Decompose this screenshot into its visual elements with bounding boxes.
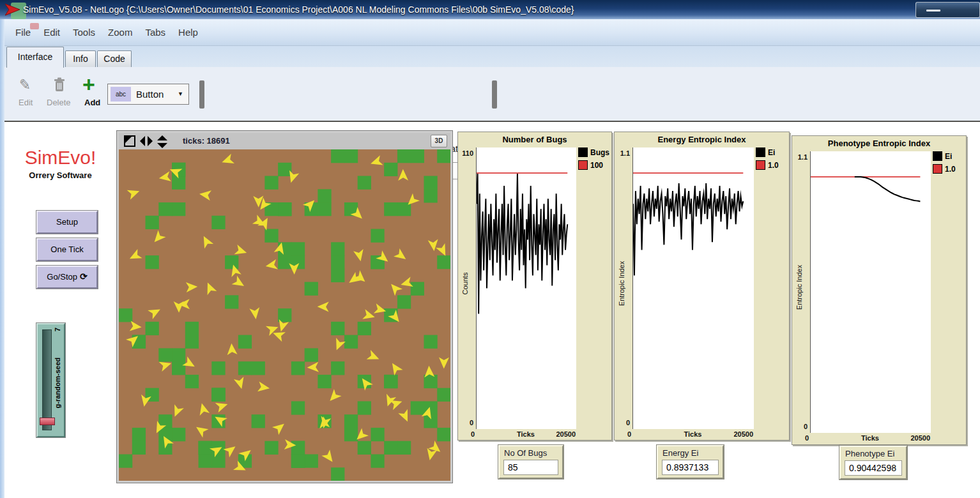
widget-type-dropdown[interactable]: abc Button ▼: [107, 84, 189, 105]
widget-type-label: Button: [136, 84, 164, 104]
add-button-label[interactable]: Add: [84, 98, 100, 107]
legend-swatch: [756, 160, 765, 170]
y-axis-label: Entropic Index: [618, 239, 627, 328]
netlogo-window: SimEvo_V5.08 - NetLogo {C:\Users\Owner\D…: [0, 0, 980, 498]
monitor-value: 0.90442598: [845, 460, 902, 476]
tab-row: Interface Info Code: [4, 46, 980, 68]
setup-button[interactable]: Setup: [36, 211, 98, 234]
y-axis-max-label: 110: [458, 149, 473, 157]
plot-title: Phenotype Entropic Index: [792, 139, 966, 148]
legend-label: 1.0: [768, 161, 779, 170]
netlogo-logo-icon: [5, 3, 20, 16]
toolbar-separator: [199, 80, 204, 109]
simevo-subtitle: Orrery Software: [14, 170, 107, 180]
y-axis-label: Entropic Index: [795, 243, 804, 332]
y-axis-min-label: 0: [615, 419, 630, 426]
legend-swatch: [578, 160, 588, 170]
random-seed-slider[interactable]: 7 g-random-seed: [36, 323, 65, 437]
plot-number-of-bugs: Number of Bugs 110 Counts Bugs 100 0 0 T…: [457, 132, 612, 441]
minimize-icon: [926, 10, 940, 11]
simevo-logo: SimEvo!: [14, 147, 107, 169]
plot-canvas: [810, 151, 931, 433]
slider-value: 7: [54, 328, 61, 331]
x-axis-min-label: 0: [627, 430, 631, 438]
plot-canvas: [476, 147, 576, 429]
monitor-phenotype-ei: Phenotype Ei 0.90442598: [839, 446, 907, 479]
interface-toolbar: ✎ Edit Delete + Add abc Button ▼ faster …: [4, 67, 980, 122]
menu-edit[interactable]: Edit: [37, 19, 66, 45]
edit-button-label[interactable]: Edit: [19, 98, 33, 107]
window-title: SimEvo_V5.08 - NetLogo {C:\Users\Owner\D…: [23, 0, 574, 19]
x-axis-min-label: 0: [471, 430, 475, 438]
x-axis-max-label: 20500: [810, 434, 930, 442]
add-plus-icon[interactable]: +: [82, 72, 95, 97]
monitor-label: No Of Bugs: [504, 448, 547, 458]
menu-tools[interactable]: Tools: [66, 19, 102, 45]
menu-tabs[interactable]: Tabs: [139, 19, 172, 45]
go-stop-button[interactable]: Go/Stop⟳: [36, 266, 98, 289]
forever-icon: ⟳: [80, 271, 88, 282]
tab-code[interactable]: Code: [97, 50, 132, 68]
plot-title: Number of Bugs: [458, 135, 611, 144]
delete-trash-icon[interactable]: [52, 77, 66, 93]
plot-phenotype-entropic-index: Phenotype Entropic Index 1.1 Entropic In…: [792, 135, 967, 445]
monitor-value: 0.8937133: [662, 460, 719, 475]
aero-glass-artifact: [30, 23, 39, 29]
legend-swatch: [756, 147, 765, 157]
ticks-counter: ticks: 18691: [183, 136, 230, 146]
world-view-header: ticks: 18691 3D: [119, 133, 450, 149]
slider-track[interactable]: [42, 329, 52, 430]
legend-label: 1.0: [945, 165, 956, 174]
monitor-label: Phenotype Ei: [845, 449, 894, 458]
resize-vertical-icon[interactable]: [157, 135, 168, 148]
slider-handle[interactable]: [40, 418, 55, 425]
title-bar: SimEvo_V5.08 - NetLogo {C:\Users\Owner\D…: [0, 0, 980, 19]
menu-zoom[interactable]: Zoom: [102, 19, 139, 45]
tab-interface[interactable]: Interface: [6, 47, 64, 68]
menu-help[interactable]: Help: [172, 19, 204, 45]
plot-canvas: [632, 147, 754, 429]
go-stop-label: Go/Stop: [47, 272, 77, 282]
monitor-no-of-bugs: No Of Bugs 85: [498, 445, 563, 479]
plot-legend: Ei 1.0: [933, 151, 956, 177]
slider-label: g-random-seed: [54, 358, 61, 408]
button-widget-icon: abc: [111, 87, 131, 102]
monitor-value: 85: [503, 460, 558, 475]
monitor-label: Energy Ei: [662, 448, 698, 458]
edit-pencil-icon[interactable]: ✎: [19, 76, 31, 94]
one-tick-button[interactable]: One Tick: [36, 238, 98, 261]
y-axis-min-label: 0: [458, 419, 473, 426]
y-axis-label: Counts: [461, 239, 470, 328]
legend-swatch: [578, 147, 588, 157]
chevron-down-icon: ▼: [178, 84, 183, 104]
x-axis-max-label: 20500: [476, 430, 576, 438]
legend-label: 100: [590, 161, 603, 170]
legend-swatch: [933, 164, 942, 174]
legend-label: Ei: [768, 148, 775, 157]
world-view: ticks: 18691 3D: [117, 131, 452, 483]
resize-diagonal-icon[interactable]: [124, 135, 135, 147]
toolbar-separator: [492, 80, 497, 109]
legend-swatch: [933, 151, 942, 161]
plot-title: Energy Entropic Index: [615, 135, 789, 144]
plot-legend: Bugs 100: [578, 147, 609, 173]
menu-bar: File Edit Tools Zoom Tabs Help: [0, 19, 980, 46]
plot-legend: Ei 1.0: [756, 147, 779, 173]
tab-info[interactable]: Info: [65, 50, 96, 68]
minimize-button[interactable]: [915, 2, 980, 18]
y-axis-min-label: 0: [792, 423, 808, 430]
delete-button-label[interactable]: Delete: [47, 98, 71, 107]
y-axis-max-label: 1.1: [792, 153, 808, 161]
legend-label: Ei: [945, 152, 952, 161]
x-axis-min-label: 0: [805, 434, 809, 442]
window-left-border: [0, 19, 4, 498]
plot-energy-entropic-index: Energy Entropic Index 1.1 Entropic Index…: [614, 132, 790, 441]
resize-horizontal-icon[interactable]: [140, 135, 153, 147]
monitor-energy-ei: Energy Ei 0.8937133: [657, 445, 724, 479]
legend-label: Bugs: [590, 148, 609, 157]
world-canvas[interactable]: [119, 149, 450, 481]
x-axis-max-label: 20500: [632, 430, 753, 438]
view-3d-button[interactable]: 3D: [431, 135, 447, 147]
y-axis-max-label: 1.1: [615, 149, 630, 157]
